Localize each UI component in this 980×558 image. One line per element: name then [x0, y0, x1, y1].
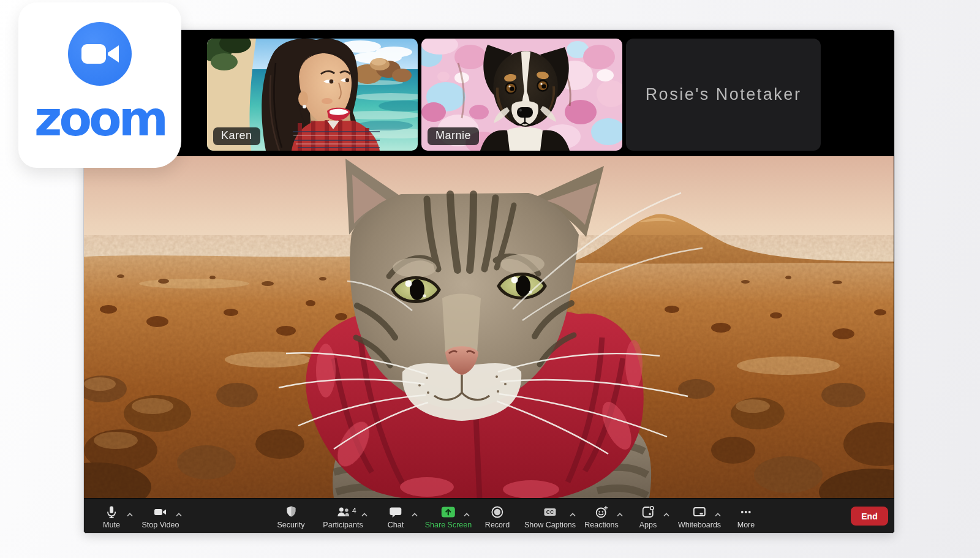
more-dots-icon — [739, 504, 753, 519]
participant-tile-karen[interactable]: Karen — [207, 39, 418, 151]
main-video-tile[interactable] — [84, 156, 894, 498]
participant-tile-rosies-notetaker[interactable]: Rosie's Notetaker — [626, 39, 821, 151]
participants-filmstrip: Karen — [84, 30, 894, 156]
share-screen-icon — [440, 504, 456, 519]
participants-button[interactable]: 4 Participants — [323, 504, 363, 529]
participant-display-name: Rosie's Notetaker — [646, 85, 802, 104]
stop-video-button[interactable]: Stop Video — [142, 504, 179, 529]
reactions-chevron-up-icon[interactable] — [616, 509, 624, 520]
reactions-smiley-icon — [594, 504, 609, 519]
apps-button[interactable]: Apps — [639, 504, 657, 529]
reactions-button[interactable]: Reactions — [584, 504, 619, 529]
more-label: More — [737, 521, 755, 529]
whiteboards-label: Whiteboards — [678, 521, 721, 529]
participants-chevron-up-icon[interactable] — [361, 509, 368, 520]
stop-video-chevron-up-icon[interactable] — [175, 509, 183, 520]
stop-video-label: Stop Video — [142, 521, 179, 529]
microphone-icon — [104, 504, 119, 519]
participants-label: Participants — [323, 521, 363, 529]
chat-label: Chat — [388, 521, 404, 529]
video-camera-icon — [153, 504, 168, 519]
more-button[interactable]: More — [737, 504, 755, 529]
apps-label: Apps — [639, 521, 657, 529]
zoom-camera-logo-icon — [67, 21, 133, 89]
share-screen-chevron-up-icon[interactable] — [463, 509, 470, 520]
show-captions-button[interactable]: CC Show Captions — [524, 504, 576, 529]
apps-icon — [641, 504, 655, 519]
participant-name-badge: Karen — [213, 127, 260, 145]
apps-chevron-up-icon[interactable] — [663, 509, 670, 520]
whiteboards-chevron-up-icon[interactable] — [714, 509, 722, 520]
whiteboard-icon — [692, 504, 707, 519]
participant-name-badge: Marnie — [428, 127, 479, 145]
show-captions-chevron-up-icon[interactable] — [569, 509, 576, 520]
share-screen-label: Share Screen — [425, 521, 472, 529]
participant-tile-marnie[interactable]: Marnie — [421, 39, 622, 151]
show-captions-label: Show Captions — [524, 521, 576, 529]
end-meeting-button[interactable]: End — [851, 507, 888, 526]
chat-button[interactable]: Chat — [388, 504, 404, 529]
reactions-label: Reactions — [584, 521, 619, 529]
participants-icon: 4 — [335, 504, 351, 519]
record-icon — [490, 504, 505, 519]
closed-captions-icon: CC — [543, 504, 557, 519]
security-button[interactable]: Security — [277, 504, 304, 529]
cat-on-mars-scene — [84, 156, 894, 498]
mute-chevron-up-icon[interactable] — [126, 509, 134, 520]
record-label: Record — [485, 521, 510, 529]
zoom-logo-card: zoom — [18, 2, 181, 168]
svg-text:CC: CC — [546, 508, 554, 515]
record-button[interactable]: Record — [485, 504, 510, 529]
mute-button[interactable]: Mute — [103, 504, 120, 529]
zoom-wordmark: zoom — [34, 91, 165, 147]
chat-chevron-up-icon[interactable] — [411, 509, 418, 520]
zoom-meeting-window: Karen — [83, 29, 895, 533]
mute-label: Mute — [103, 521, 120, 529]
security-label: Security — [277, 521, 304, 529]
shield-icon — [284, 504, 298, 519]
participants-count-badge: 4 — [352, 507, 356, 515]
chat-bubble-icon — [388, 504, 403, 519]
meeting-toolbar: Mute Stop Video Security 4 Participant — [84, 498, 894, 533]
